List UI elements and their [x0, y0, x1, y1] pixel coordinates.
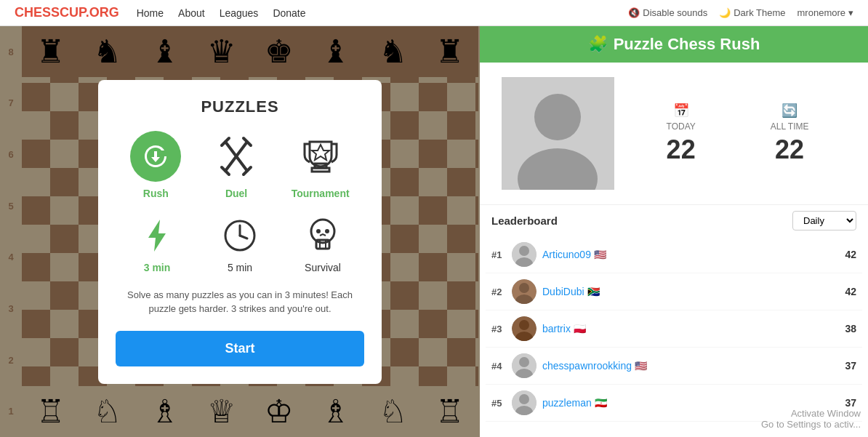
lb-avatar-5 — [512, 390, 537, 415]
disable-sounds-button[interactable]: 🔇 Disable sounds — [628, 7, 707, 18]
lb-name-3[interactable]: bartrix 🇵🇱 — [542, 323, 845, 334]
tournament-label: Tournament — [292, 188, 350, 199]
lb-avatar-4 — [512, 353, 537, 378]
svg-point-21 — [519, 246, 529, 256]
puzzle-rush-header: 🧩 Puzzle Chess Rush — [480, 26, 868, 63]
svg-point-24 — [519, 283, 529, 293]
time-3min[interactable]: 3 min — [135, 214, 179, 273]
rank-3-label: #3 — [491, 324, 512, 334]
rank-2-label: #2 — [491, 286, 512, 297]
header: CHESSCUP.ORG Home About Leagues Donate 🔇… — [0, 0, 868, 26]
modal-description: Solve as many puzzles as you can in 3 mi… — [116, 288, 364, 316]
3min-label: 3 min — [144, 262, 171, 273]
start-button[interactable]: Start — [116, 331, 364, 366]
chevron-down-icon: ▾ — [848, 7, 853, 18]
moon-icon: 🌙 — [719, 7, 731, 18]
puzzle-header-icon: 🧩 — [588, 35, 608, 54]
svg-point-16 — [325, 229, 329, 233]
leaderboard-header: Leaderboard Daily Weekly Monthly — [480, 204, 868, 236]
sound-icon: 🔇 — [628, 7, 640, 18]
svg-rect-7 — [312, 168, 329, 172]
modal-title: PUZZLES — [116, 97, 364, 116]
time-modes: 3 min 5 min — [116, 214, 364, 273]
mode-tournament[interactable]: Tournament — [292, 131, 350, 199]
lb-score-2: 42 — [845, 286, 856, 297]
table-row: #2 DubiDubi 🇿🇦 42 — [486, 273, 862, 310]
leaderboard-filter-select[interactable]: Daily Weekly Monthly — [792, 211, 856, 230]
dark-theme-button[interactable]: 🌙 Dark Theme — [719, 7, 785, 18]
rank-4-label: #4 — [491, 361, 512, 372]
lb-avatar-3 — [512, 316, 537, 341]
flag-2: 🇿🇦 — [587, 286, 600, 297]
table-row: #5 puzzleman 🇮🇷 37 — [486, 385, 862, 422]
leaderboard-list: #1 Articuno09 🇺🇸 42 #2 DubiDubi 🇿🇦 — [480, 236, 868, 422]
main-content: 8 7 6 5 4 3 2 1 ♜ ♞ ♝ ♛ ♚ ♝ ♞ ♜ ♖ ♘ ♗ ♕ … — [0, 26, 868, 437]
user-avatar — [502, 77, 614, 190]
time-survival[interactable]: Survival — [301, 214, 345, 273]
nav-home[interactable]: Home — [137, 7, 164, 19]
today-value: 22 — [667, 135, 696, 165]
lb-score-1: 42 — [845, 249, 856, 260]
duel-icon — [211, 131, 262, 182]
rank-5-label: #5 — [491, 398, 512, 409]
lb-name-4[interactable]: chesspawnrookking 🇺🇸 — [542, 360, 845, 372]
puzzle-type-modes: Rush — [116, 131, 364, 199]
nav-leagues[interactable]: Leagues — [220, 7, 259, 19]
flag-3: 🇵🇱 — [574, 323, 586, 334]
lb-avatar-2 — [512, 279, 537, 304]
lb-score-3: 38 — [845, 323, 856, 334]
chess-board-area: 8 7 6 5 4 3 2 1 ♜ ♞ ♝ ♛ ♚ ♝ ♞ ♜ ♖ ♘ ♗ ♕ … — [0, 26, 480, 437]
stats-numbers: 📅 TODAY 22 🔄 ALL TIME 22 — [629, 77, 846, 190]
table-row: #1 Articuno09 🇺🇸 42 — [486, 236, 862, 273]
refresh-icon: 🔄 — [781, 103, 797, 119]
leaderboard-title: Leaderboard — [491, 215, 558, 227]
svg-point-30 — [519, 357, 529, 367]
lb-name-1[interactable]: Articuno09 🇺🇸 — [542, 249, 845, 260]
user-menu[interactable]: mronemore ▾ — [797, 7, 853, 18]
lb-score-4: 37 — [845, 360, 856, 372]
5min-label: 5 min — [228, 262, 252, 273]
table-row: #4 chesspawnrookking 🇺🇸 37 — [486, 348, 862, 385]
lb-name-5[interactable]: puzzleman 🇮🇷 — [542, 397, 845, 409]
alltime-value: 22 — [775, 135, 804, 165]
today-label: TODAY — [667, 121, 696, 132]
lb-score-5: 37 — [845, 397, 856, 409]
flag-1: 🇺🇸 — [594, 249, 606, 260]
stats-section: 📅 TODAY 22 🔄 ALL TIME 22 — [480, 63, 868, 204]
right-panel: 🧩 Puzzle Chess Rush 📅 TODAY 22 — [480, 26, 868, 437]
lightning-icon — [135, 214, 179, 257]
flag-4: 🇺🇸 — [635, 360, 647, 372]
flag-5: 🇮🇷 — [595, 397, 607, 409]
logo[interactable]: CHESSCUP.ORG — [15, 5, 119, 20]
puzzles-modal: PUZZLES Rush — [98, 80, 382, 384]
svg-point-27 — [519, 320, 529, 330]
skull-icon — [301, 214, 345, 257]
time-5min[interactable]: 5 min — [218, 214, 262, 273]
svg-point-15 — [316, 229, 321, 233]
svg-line-10 — [240, 236, 247, 238]
mode-rush[interactable]: Rush — [130, 131, 181, 199]
svg-point-18 — [534, 94, 581, 140]
duel-label: Duel — [225, 188, 247, 199]
header-right: 🔇 Disable sounds 🌙 Dark Theme mronemore … — [628, 7, 853, 18]
mode-duel[interactable]: Duel — [211, 131, 262, 199]
survival-label: Survival — [305, 262, 341, 273]
nav-about[interactable]: About — [178, 7, 205, 19]
rank-1-label: #1 — [491, 249, 512, 260]
lb-avatar-1 — [512, 242, 537, 267]
rush-icon — [130, 131, 181, 182]
puzzle-rush-title: Puzzle Chess Rush — [614, 35, 760, 54]
stat-row: 📅 TODAY 22 🔄 ALL TIME 22 — [629, 103, 846, 165]
main-nav: Home About Leagues Donate — [137, 7, 306, 19]
nav-donate[interactable]: Donate — [273, 7, 305, 19]
today-stat: 📅 TODAY 22 — [667, 103, 696, 165]
rush-label: Rush — [143, 188, 169, 199]
alltime-label: ALL TIME — [771, 121, 809, 132]
clock-icon — [218, 214, 262, 257]
modal-overlay: PUZZLES Rush — [0, 26, 480, 437]
alltime-stat: 🔄 ALL TIME 22 — [771, 103, 809, 165]
tournament-icon — [295, 131, 346, 182]
table-row: #3 bartrix 🇵🇱 38 — [486, 310, 862, 348]
calendar-icon: 📅 — [673, 103, 689, 119]
lb-name-2[interactable]: DubiDubi 🇿🇦 — [542, 286, 845, 297]
